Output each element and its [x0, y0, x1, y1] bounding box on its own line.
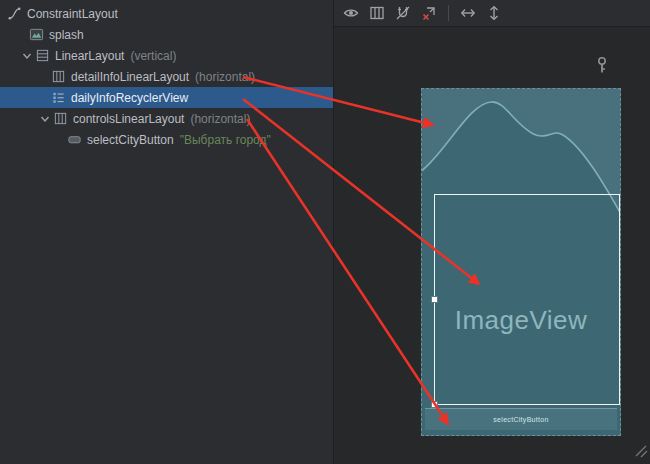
tree-item-text-value: "Выбрать город" [180, 133, 271, 147]
autoconnect-off-icon[interactable] [392, 2, 414, 24]
preview-select-city-button[interactable]: selectCityButton [425, 408, 617, 430]
tree-item-label: selectCityButton [87, 133, 174, 147]
linear-layout-vertical-icon [34, 48, 51, 64]
resize-horizontal-icon[interactable] [457, 2, 479, 24]
tree-item-label: controlsLinearLayout [73, 112, 184, 126]
tree-item-annotation: (horizontal) [190, 112, 250, 126]
preview-button-label: selectCityButton [493, 416, 548, 423]
tree-row-dailyinforecyclerview[interactable]: dailyInfoRecyclerView [0, 87, 333, 108]
component-tree-panel: ConstraintLayout splash LinearLayout (ve… [0, 0, 333, 464]
device-preview[interactable]: ImageView selectCityButton [421, 88, 621, 436]
tree-item-annotation: (vertical) [130, 49, 176, 63]
button-icon [66, 132, 83, 148]
tree-item-annotation: (horizontal) [195, 70, 255, 84]
view-options-icon[interactable] [340, 2, 362, 24]
selection-rectangle [434, 194, 620, 405]
tree-item-label: detailInfoLinearLayout [71, 70, 189, 84]
tree-row-controlslinearlayout[interactable]: controlsLinearLayout (horizontal) [0, 108, 333, 129]
imageview-icon [28, 27, 45, 43]
wrench-icon[interactable] [594, 56, 610, 80]
column-guides-icon[interactable] [366, 2, 388, 24]
resize-vertical-icon[interactable] [483, 2, 505, 24]
tree-item-label: ConstraintLayout [27, 7, 118, 21]
tree-row-detailinfolinearlayout[interactable]: detailInfoLinearLayout (horizontal) [0, 66, 333, 87]
tree-item-label: LinearLayout [55, 49, 124, 63]
tree-row-splash[interactable]: splash [0, 24, 333, 45]
clear-constraints-icon[interactable] [418, 2, 440, 24]
design-toolbar [334, 0, 650, 27]
linear-layout-horizontal-icon [50, 69, 67, 85]
toolbar-separator [448, 5, 449, 21]
chevron-down-icon[interactable] [20, 50, 34, 62]
chevron-down-icon[interactable] [38, 113, 52, 125]
constraint-layout-icon [6, 6, 23, 22]
android-studio-layout-editor: { "component_tree": { "items": [ { "labe… [0, 0, 650, 464]
tree-row-linearlayout[interactable]: LinearLayout (vertical) [0, 45, 333, 66]
tree-item-label: dailyInfoRecyclerView [71, 91, 188, 105]
recycler-view-icon [50, 90, 67, 106]
tree-item-label: splash [49, 28, 84, 42]
selection-handle-left[interactable] [431, 296, 438, 303]
linear-layout-horizontal-icon [52, 111, 69, 127]
tree-row-constraintlayout[interactable]: ConstraintLayout [0, 3, 333, 24]
tree-row-selectcitybutton[interactable]: selectCityButton "Выбрать город" [0, 129, 333, 150]
resize-grip[interactable] [632, 442, 648, 462]
selection-handle-bottom-left[interactable] [431, 401, 438, 408]
